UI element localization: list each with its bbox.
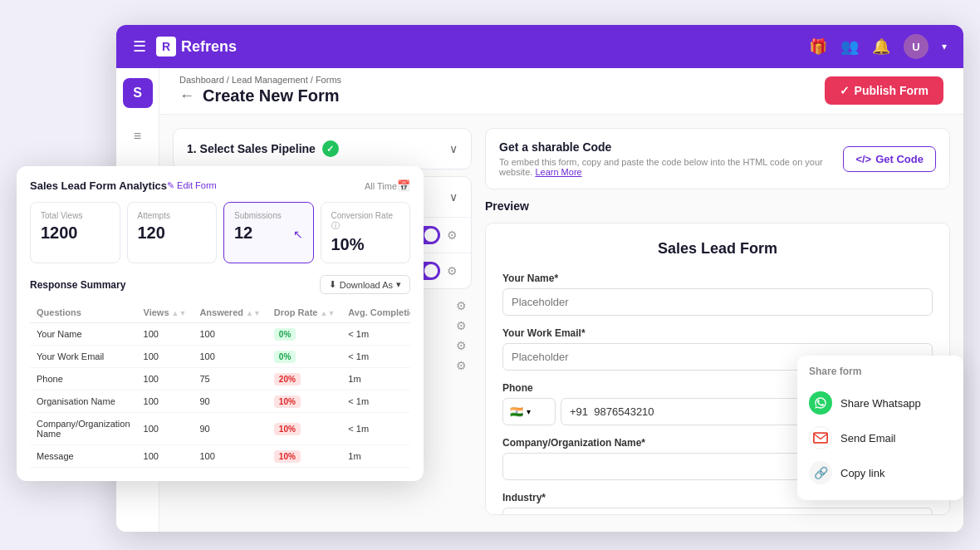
step1-header[interactable]: 1. Select Sales Pipeline ✓ ∨: [174, 129, 471, 169]
logo: R Refrens: [156, 37, 237, 56]
preview-field-name: Your Name*: [502, 273, 933, 316]
step1-title: 1. Select Sales Pipeline ✓: [187, 140, 339, 157]
td-question: Your Name: [30, 323, 137, 346]
metric-label-conversion: Conversion Rate ⓘ: [331, 211, 400, 232]
download-button[interactable]: ⬇ Download As ▾: [320, 275, 410, 294]
td-answered: 90: [193, 413, 267, 445]
gift-icon[interactable]: 🎁: [809, 37, 827, 56]
step1-chevron[interactable]: ∨: [449, 142, 458, 155]
share-link-item[interactable]: 🔗 Copy link: [809, 455, 952, 490]
td-avgtime: 1m: [341, 445, 410, 468]
preview-input-industry[interactable]: [502, 508, 933, 515]
metric-label-views: Total Views: [41, 211, 110, 220]
metric-value-conversion: 10%: [331, 235, 400, 254]
td-avgtime: < 1m: [341, 390, 410, 413]
logo-icon: R: [156, 37, 176, 56]
gear-icon-extra4[interactable]: ⚙: [456, 359, 467, 372]
get-code-button[interactable]: </> Get Code: [843, 146, 936, 172]
metric-conversion: Conversion Rate ⓘ 10%: [321, 202, 411, 263]
sidebar-item-menu[interactable]: ≡: [123, 121, 153, 151]
copy-link-label: Copy link: [840, 467, 884, 479]
country-selector[interactable]: 🇮🇳 ▾: [502, 398, 556, 425]
gear-icon-extra2[interactable]: ⚙: [456, 319, 467, 332]
th-droprate: Drop Rate ▲▼: [267, 302, 341, 323]
download-label: Download As: [340, 280, 393, 290]
td-answered: 75: [193, 368, 267, 390]
td-views: 100: [137, 413, 194, 445]
table-row: Company/Organization Name 100 90 10% < 1…: [30, 413, 410, 445]
th-questions: Questions: [30, 302, 137, 323]
response-actions: ⬇ Download As ▾: [320, 275, 410, 294]
analytics-header: Sales Lead Form Analytics ✎ Edit Form Al…: [30, 179, 410, 192]
td-answered: 100: [193, 346, 267, 368]
header-left: Dashboard / Lead Management / Forms ← Cr…: [179, 75, 341, 106]
table-row: Message 100 100 10% 1m: [30, 445, 410, 468]
th-answered: Answered ▲▼: [193, 302, 267, 323]
td-droprate: 0%: [267, 323, 341, 346]
sidebar-brand[interactable]: S: [123, 78, 153, 108]
response-table-wrap: Questions Views ▲▼ Answered ▲▼ Drop Rate…: [30, 302, 410, 468]
publish-form-button[interactable]: ✓ Publish Form: [825, 76, 943, 105]
td-droprate: 10%: [267, 445, 341, 468]
email-label: Send Email: [840, 432, 895, 444]
bell-icon[interactable]: 🔔: [872, 37, 890, 56]
td-question: Message: [30, 445, 137, 468]
logo-text: Refrens: [181, 38, 237, 56]
metrics-row: Total Views 1200 Attempts 120 Submission…: [30, 202, 410, 263]
step1-check: ✓: [322, 140, 339, 157]
gear-icon-email[interactable]: ⚙: [447, 264, 458, 277]
metric-total-views: Total Views 1200: [30, 202, 120, 263]
analytics-title: Sales Lead Form Analytics: [30, 179, 167, 192]
navbar: ☰ R Refrens 🎁 👥 🔔 U ▾: [116, 25, 963, 68]
metric-value-attempts: 120: [138, 223, 207, 243]
step2-chevron[interactable]: ∨: [449, 190, 458, 204]
breadcrumb-text: Dashboard / Lead Management / Forms: [179, 75, 341, 85]
table-row: Your Work Email 100 100 0% < 1m: [30, 346, 410, 368]
team-icon[interactable]: 👥: [840, 37, 859, 56]
publish-check-icon: ✓: [840, 84, 850, 97]
back-button[interactable]: ←: [179, 87, 194, 105]
td-droprate: 10%: [267, 413, 341, 445]
td-question: Company/Organization Name: [30, 413, 137, 445]
gear-icon-name[interactable]: ⚙: [447, 228, 458, 242]
analytics-card: Sales Lead Form Analytics ✎ Edit Form Al…: [17, 166, 424, 481]
learn-more-link[interactable]: Learn More: [535, 167, 581, 177]
publish-label: Publish Form: [855, 84, 929, 97]
metric-attempts: Attempts 120: [127, 202, 218, 263]
hamburger-icon[interactable]: ☰: [133, 37, 146, 56]
gear-icon-extra3[interactable]: ⚙: [456, 339, 467, 352]
response-summary-header: Response Summary ⬇ Download As ▾: [30, 275, 410, 294]
td-views: 100: [137, 346, 194, 368]
response-table: Questions Views ▲▼ Answered ▲▼ Drop Rate…: [30, 302, 410, 468]
edit-form-link[interactable]: ✎ Edit Form: [167, 180, 217, 191]
td-question: Phone: [30, 368, 137, 390]
metric-label-attempts: Attempts: [138, 211, 207, 220]
get-code-label: Get Code: [875, 153, 924, 165]
share-email-item[interactable]: Send Email: [809, 420, 952, 455]
metric-submissions: Submissions 12 ↖: [223, 202, 314, 263]
copy-link-icon: 🔗: [809, 461, 832, 484]
td-views: 100: [137, 323, 194, 346]
calendar-icon[interactable]: 📅: [397, 179, 410, 192]
gmail-icon: [809, 426, 832, 449]
avatar[interactable]: U: [904, 34, 929, 59]
preview-form-title: Sales Lead Form: [502, 240, 933, 258]
td-views: 100: [137, 368, 194, 390]
page-header: Dashboard / Lead Management / Forms ← Cr…: [159, 68, 963, 115]
submissions-cursor-icon: ↖: [293, 228, 303, 241]
code-card-content: Get a sharable Code To embed this form, …: [499, 140, 843, 177]
share-popup-title: Share form: [809, 366, 952, 377]
share-whatsapp-item[interactable]: Share Whatsapp: [809, 385, 952, 420]
avatar-chevron[interactable]: ▾: [942, 41, 947, 52]
code-card-desc: To embed this form, copy and paste the c…: [499, 157, 843, 177]
time-filter[interactable]: All Time: [365, 181, 397, 191]
td-droprate: 10%: [267, 390, 341, 413]
breadcrumb: Dashboard / Lead Management / Forms: [179, 75, 341, 85]
whatsapp-label: Share Whatsapp: [840, 397, 921, 410]
td-avgtime: < 1m: [341, 346, 410, 368]
download-icon: ⬇: [329, 279, 336, 290]
preview-input-name[interactable]: [502, 288, 933, 316]
gear-icon-extra1[interactable]: ⚙: [456, 299, 467, 312]
th-views: Views ▲▼: [137, 302, 194, 323]
metric-value-views: 1200: [41, 223, 110, 243]
